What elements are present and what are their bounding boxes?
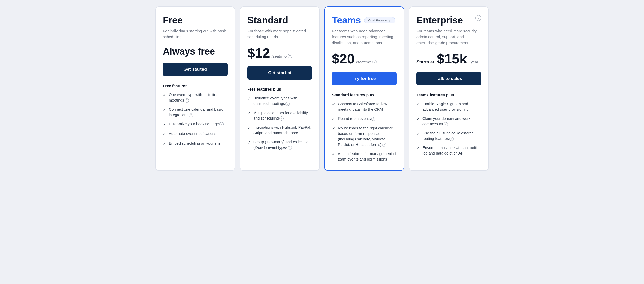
plan-price-row: Starts at$15k/ year — [416, 52, 481, 66]
feature-info-icon[interactable]: ? — [449, 137, 454, 141]
feature-info-icon[interactable]: ? — [185, 98, 189, 103]
feature-item: ✓Connect one calendar and basic integrat… — [163, 107, 228, 118]
cta-button-enterprise[interactable]: Talk to sales — [416, 72, 481, 85]
features-list: ✓Unlimited event types with unlimited me… — [247, 96, 312, 150]
check-icon: ✓ — [416, 131, 420, 137]
features-label: Teams features plus — [416, 93, 481, 97]
plan-card-free: FreeFor individuals starting out with ba… — [155, 6, 235, 171]
cta-button-free[interactable]: Get started — [163, 63, 228, 76]
price-info-icon[interactable]: ? — [372, 60, 377, 64]
cta-button-standard[interactable]: Get started — [247, 66, 312, 80]
check-icon: ✓ — [332, 126, 335, 132]
feature-text: Connect to Salesforce to flow meeting da… — [338, 101, 397, 112]
most-popular-badge: Most Popular ☆ — [364, 17, 395, 23]
feature-info-icon[interactable]: ? — [288, 146, 292, 150]
check-icon: ✓ — [163, 141, 166, 147]
check-icon: ✓ — [247, 140, 251, 145]
feature-text: Round robin events? — [338, 116, 375, 121]
check-icon: ✓ — [416, 145, 420, 151]
features-list: ✓One event type with unlimited meetings?… — [163, 92, 228, 146]
feature-item: ✓Embed scheduling on your site — [163, 141, 228, 147]
feature-info-icon[interactable]: ? — [444, 122, 448, 126]
feature-item: ✓Claim your domain and work in one accou… — [416, 116, 481, 127]
feature-text: Route leads to the right calendar based … — [338, 126, 397, 147]
most-popular-label: Most Popular — [367, 18, 387, 22]
check-icon: ✓ — [332, 116, 335, 122]
plan-description: For those with more sophisticated schedu… — [247, 28, 312, 40]
plan-price-row: Always free — [163, 46, 228, 57]
features-label: Standard features plus — [332, 93, 397, 97]
feature-info-icon[interactable]: ? — [371, 117, 375, 121]
plan-description: For teams who need more security, admin … — [416, 28, 481, 46]
feature-text: Automate event notifications — [169, 131, 216, 137]
plan-name: Enterprise — [416, 15, 463, 26]
feature-item: ✓One event type with unlimited meetings? — [163, 92, 228, 103]
plan-card-enterprise: ?EnterpriseFor teams who need more secur… — [409, 6, 489, 171]
price-unit-wrap: /seat/mo? — [356, 60, 377, 64]
feature-item: ✓Group (1-to-many) and collective (2-on-… — [247, 139, 312, 150]
price-amount: $20 — [332, 52, 355, 66]
feature-item: ✓Admin features for management of team e… — [332, 151, 397, 162]
check-icon: ✓ — [247, 110, 251, 116]
feature-text: Group (1-to-many) and collective (2-on-1… — [253, 139, 312, 150]
price-unit: /seat/mo — [356, 60, 371, 64]
plan-description: For teams who need advanced features suc… — [332, 28, 397, 46]
feature-text: Claim your domain and work in one accoun… — [422, 116, 481, 127]
plan-name: Teams — [332, 15, 361, 26]
check-icon: ✓ — [332, 151, 335, 157]
feature-text: Unlimited event types with unlimited mee… — [253, 96, 312, 106]
feature-text: Ensure compliance with an audit log and … — [422, 145, 481, 156]
plan-name-row: Enterprise — [416, 15, 481, 26]
cta-button-teams[interactable]: Try for free — [332, 72, 397, 85]
check-icon: ✓ — [332, 102, 335, 107]
price-unit: /seat/mo — [272, 54, 287, 58]
plan-name: Free — [163, 15, 183, 26]
plan-price-row: $12/seat/mo? — [247, 46, 312, 60]
feature-info-icon[interactable]: ? — [279, 116, 284, 121]
feature-text: Admin features for management of team ev… — [338, 151, 397, 162]
feature-text: Integrations with Hubspot, PayPal, Strip… — [253, 125, 312, 136]
feature-item: ✓Round robin events? — [332, 116, 397, 122]
feature-item: ✓Enable Single Sign-On and advanced user… — [416, 101, 481, 112]
plan-card-standard: StandardFor those with more sophisticate… — [240, 6, 320, 171]
plan-name-row: Standard — [247, 15, 312, 26]
price-unit-wrap: /seat/mo? — [272, 54, 293, 58]
plan-price-row: $20/seat/mo? — [332, 52, 397, 66]
feature-item: ✓Use the full suite of Salesforce routin… — [416, 131, 481, 141]
check-icon: ✓ — [247, 96, 251, 102]
check-icon: ✓ — [163, 107, 166, 113]
price-amount: $12 — [247, 46, 270, 60]
feature-info-icon[interactable]: ? — [382, 143, 386, 147]
feature-item: ✓Multiple calendars for availability and… — [247, 110, 312, 121]
enterprise-info-icon[interactable]: ? — [475, 15, 481, 21]
plan-card-teams: TeamsMost Popular ☆For teams who need ad… — [324, 6, 404, 171]
price-unit: / year — [469, 60, 479, 64]
check-icon: ✓ — [163, 122, 166, 127]
feature-text: Customize your booking page? — [169, 121, 224, 127]
features-list: ✓Connect to Salesforce to flow meeting d… — [332, 101, 397, 162]
plan-description: For individuals starting out with basic … — [163, 28, 228, 40]
feature-info-icon[interactable]: ? — [219, 122, 224, 126]
check-icon: ✓ — [163, 131, 166, 137]
feature-text: Multiple calendars for availability and … — [253, 110, 312, 121]
star-icon: ☆ — [389, 18, 392, 22]
feature-item: ✓Integrations with Hubspot, PayPal, Stri… — [247, 125, 312, 136]
feature-text: Connect one calendar and basic integrati… — [169, 107, 228, 118]
price-info-icon[interactable]: ? — [288, 54, 292, 58]
feature-info-icon[interactable]: ? — [285, 102, 290, 106]
feature-text: Enable Single Sign-On and advanced user … — [422, 101, 481, 112]
feature-item: ✓Customize your booking page? — [163, 121, 228, 127]
price-always-free: Always free — [163, 46, 215, 57]
plan-name-row: Free — [163, 15, 228, 26]
feature-text: One event type with unlimited meetings? — [169, 92, 228, 103]
check-icon: ✓ — [247, 125, 251, 131]
price-amount: $15k — [437, 52, 467, 66]
feature-item: ✓Unlimited event types with unlimited me… — [247, 96, 312, 106]
feature-text: Embed scheduling on your site — [169, 141, 220, 146]
feature-info-icon[interactable]: ? — [189, 113, 193, 117]
feature-item: ✓Connect to Salesforce to flow meeting d… — [332, 101, 397, 112]
feature-item: ✓Ensure compliance with an audit log and… — [416, 145, 481, 156]
feature-item: ✓Route leads to the right calendar based… — [332, 126, 397, 147]
starts-at-label: Starts at — [416, 60, 434, 65]
feature-text: Use the full suite of Salesforce routing… — [422, 131, 481, 141]
